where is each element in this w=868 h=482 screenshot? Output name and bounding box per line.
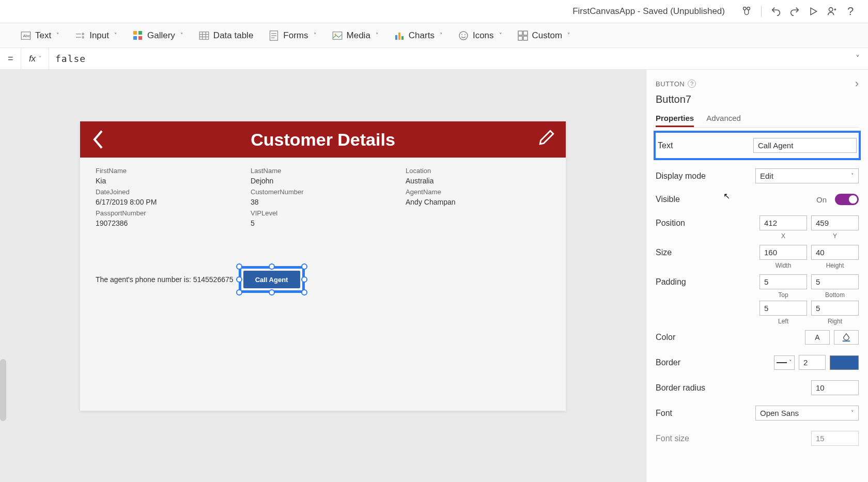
svg-point-8 [82, 33, 84, 35]
formula-expand-icon[interactable]: ˅ [847, 54, 868, 64]
border-color-swatch[interactable] [830, 355, 859, 370]
ribbon-icons[interactable]: Icons˅ [458, 30, 502, 41]
resize-handle[interactable] [301, 289, 307, 296]
ribbon-forms[interactable]: Forms˅ [269, 30, 316, 41]
ribbon-gallery[interactable]: Gallery˅ [133, 30, 183, 41]
control-name: Button7 [656, 94, 859, 105]
viplevel-label: VIPLevel [251, 209, 395, 217]
selected-control[interactable]: Call Agent [239, 266, 305, 293]
help-icon[interactable]: ? [688, 80, 696, 88]
position-y-input[interactable] [811, 215, 859, 230]
firstname-value: Kia [96, 177, 240, 185]
svg-rect-31 [518, 31, 522, 35]
pad-top-input[interactable] [760, 274, 807, 289]
font-select[interactable]: Open Sans˅ [755, 406, 859, 421]
font-label: Font [656, 409, 672, 418]
left-sublabel: Left [760, 318, 807, 325]
resize-handle[interactable] [269, 289, 275, 296]
datatable-icon [199, 30, 209, 41]
height-input[interactable] [811, 245, 859, 260]
agentname-value: Andy Champan [406, 198, 550, 206]
resize-handle[interactable] [236, 263, 242, 270]
visible-toggle[interactable] [835, 194, 859, 205]
customernumber-value: 38 [251, 198, 395, 206]
color-letter: A [815, 333, 819, 341]
resize-handle[interactable] [269, 263, 275, 270]
visible-label: Visible [656, 195, 680, 204]
field-location: Location Australia [406, 167, 550, 185]
svg-marker-2 [811, 8, 817, 14]
pad-right-input[interactable] [811, 301, 859, 316]
ribbon-charts[interactable]: Charts˅ [394, 30, 443, 41]
height-sublabel: Height [811, 262, 859, 269]
resize-handle[interactable] [301, 276, 307, 283]
color-label: Color [656, 333, 675, 342]
y-sublabel: Y [811, 232, 859, 240]
svg-rect-33 [518, 36, 522, 40]
input-icon [75, 30, 85, 41]
svg-point-1 [747, 7, 750, 10]
fx-label: fx [29, 54, 36, 64]
edit-icon[interactable] [538, 129, 555, 146]
font-value: Open Sans [760, 409, 799, 417]
pad-left-input[interactable] [760, 301, 807, 316]
border-style-select[interactable]: ˅ [774, 355, 795, 370]
ribbon-media[interactable]: Media˅ [332, 30, 379, 41]
resize-handle[interactable] [236, 289, 242, 296]
svg-rect-32 [523, 31, 528, 35]
resize-handle[interactable] [301, 263, 307, 270]
text-prop-label: Text [658, 141, 673, 150]
displaymode-select[interactable]: Edit˅ [755, 168, 859, 183]
position-x-input[interactable] [760, 215, 807, 230]
share-icon[interactable] [825, 4, 839, 19]
collapse-panel-icon[interactable]: › [855, 77, 859, 90]
back-icon[interactable] [90, 129, 106, 150]
ribbon-datatable[interactable]: Data table [199, 30, 254, 41]
charts-icon [394, 30, 405, 41]
formula-input[interactable]: false [49, 48, 847, 69]
equals-icon: = [0, 53, 21, 64]
fill-color-button[interactable] [834, 330, 859, 345]
displaymode-label: Display mode [656, 172, 706, 181]
font-size-input[interactable] [811, 431, 859, 446]
scrollbar[interactable] [0, 359, 6, 421]
top-sublabel: Top [760, 291, 807, 299]
ribbon-input[interactable]: Input˅ [75, 30, 117, 41]
border-label: Border [656, 358, 680, 367]
ribbon-text[interactable]: Abc Text˅ [21, 30, 59, 41]
text-prop-input[interactable] [753, 138, 857, 153]
fx-button[interactable]: fx ˅ [21, 48, 49, 69]
lastname-label: LastName [251, 167, 395, 175]
call-agent-button[interactable]: Call Agent [243, 271, 300, 288]
border-radius-input[interactable] [811, 380, 859, 395]
redo-icon[interactable] [787, 4, 802, 19]
resize-handle[interactable] [236, 276, 242, 283]
firstname-label: FirstName [96, 167, 240, 175]
app-screen: Customer Details FirstName Kia LastName … [80, 121, 566, 411]
font-color-button[interactable]: A [805, 330, 830, 345]
ribbon-forms-label: Forms [283, 30, 308, 41]
tab-properties[interactable]: Properties [656, 111, 694, 127]
tab-advanced[interactable]: Advanced [706, 111, 741, 127]
media-icon [332, 30, 343, 41]
ribbon-custom-label: Custom [532, 30, 563, 41]
svg-point-28 [459, 32, 468, 40]
canvas-area[interactable]: Customer Details FirstName Kia LastName … [0, 70, 646, 482]
border-width-input[interactable] [799, 355, 826, 370]
undo-icon[interactable] [769, 4, 783, 19]
width-input[interactable] [760, 245, 807, 260]
datejoined-label: DateJoined [96, 188, 240, 196]
help-icon[interactable]: ? [843, 4, 858, 19]
field-datejoined: DateJoined 6/17/2019 8:00 PM [96, 188, 240, 206]
svg-rect-10 [133, 31, 137, 35]
customernumber-label: CustomerNumber [251, 188, 395, 196]
ribbon-charts-label: Charts [409, 30, 435, 41]
play-icon[interactable] [806, 4, 820, 19]
visible-state: On [816, 195, 827, 204]
ribbon-custom[interactable]: Custom˅ [518, 30, 571, 41]
health-icon[interactable] [739, 4, 754, 19]
agentname-label: AgentName [406, 188, 550, 196]
pad-bottom-input[interactable] [811, 274, 859, 289]
custom-icon [518, 30, 528, 41]
field-firstname: FirstName Kia [96, 167, 240, 185]
